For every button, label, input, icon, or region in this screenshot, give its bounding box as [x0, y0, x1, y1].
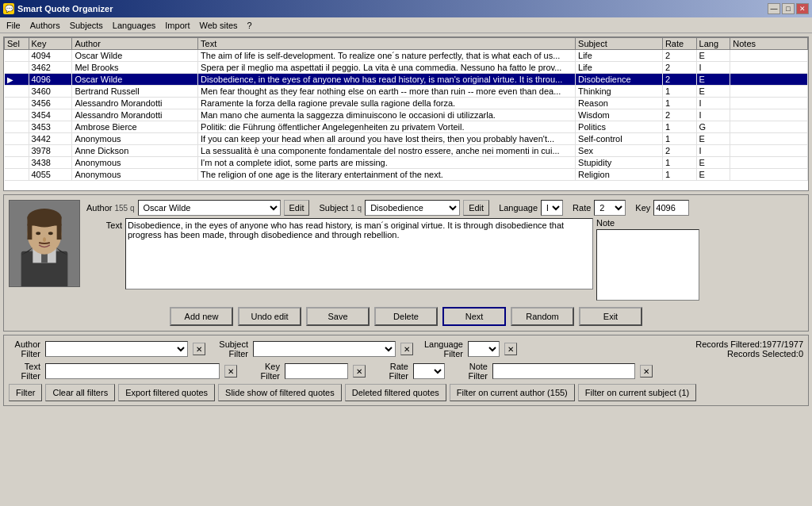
row-notes: [730, 169, 808, 181]
key-input: [653, 200, 689, 216]
maximize-button[interactable]: □: [782, 3, 795, 14]
next-button[interactable]: Next: [442, 307, 506, 326]
row-text: Politik: die Führung öffentlicher Angele…: [198, 121, 576, 133]
note-textarea[interactable]: [596, 229, 699, 301]
col-header-lang[interactable]: Lang: [696, 38, 730, 50]
row-notes: [730, 62, 808, 74]
note-filter-input[interactable]: [492, 363, 635, 379]
row-lang: E: [696, 157, 730, 169]
table-row[interactable]: 3442 Anonymous If you can keep your head…: [5, 133, 808, 145]
col-header-text[interactable]: Text: [198, 38, 576, 50]
note-filter-clear-button[interactable]: ✕: [640, 365, 653, 378]
save-button[interactable]: Save: [306, 307, 370, 326]
author-photo: [9, 200, 80, 287]
subject-filter-label-stack: Subject Filter: [216, 339, 248, 358]
author-select[interactable]: Oscar Wilde: [138, 200, 281, 216]
minimize-button[interactable]: —: [768, 3, 780, 14]
filter-button[interactable]: Filter: [9, 384, 42, 401]
text-filter-clear-button[interactable]: ✕: [224, 365, 237, 378]
row-key: 3454: [29, 109, 72, 121]
col-header-notes[interactable]: Notes: [730, 38, 808, 50]
row-text: La sessualità è una componente fondament…: [198, 145, 576, 157]
key-filter-input[interactable]: [285, 363, 348, 379]
key-filter-label-stack: Key Filter: [248, 362, 280, 381]
row-text: Raramente la forza della ragione prevale…: [198, 98, 576, 109]
author-edit-button[interactable]: Edit: [284, 200, 310, 216]
row-lang: E: [696, 74, 730, 86]
detail-section: Author 155 q Oscar Wilde Edit Subject 1 …: [3, 194, 809, 332]
row-notes: [730, 157, 808, 169]
subject-filter-clear-button[interactable]: ✕: [400, 343, 413, 355]
rate-label: Rate: [573, 203, 591, 213]
row-notes: [730, 74, 808, 86]
rate-filter-select[interactable]: 1 2 3: [413, 363, 445, 379]
author-filter-select[interactable]: [45, 341, 188, 357]
row-key: 4055: [29, 169, 72, 181]
text-filter-top-label: Text: [25, 362, 40, 371]
slideshow-button[interactable]: Slide show of filtered quotes: [218, 384, 342, 401]
menu-bar: File Authors Subjects Languages Import W…: [0, 17, 812, 33]
rate-select[interactable]: 1 2 3: [594, 200, 626, 216]
text-filter-input[interactable]: [45, 363, 220, 379]
undo-edit-button[interactable]: Undo edit: [238, 307, 301, 326]
table-row[interactable]: 3978 Anne Dickson La sessualità è una co…: [5, 145, 808, 157]
language-select[interactable]: E I G: [541, 200, 563, 216]
menu-import[interactable]: Import: [160, 20, 194, 31]
row-key: 4094: [29, 50, 72, 62]
subject-select[interactable]: Disobedience: [365, 200, 460, 216]
table-row[interactable]: 3438 Anonymous I'm not a complete idiot,…: [5, 157, 808, 169]
author-filter-sub-label: Filter: [21, 349, 40, 358]
row-rate: 1: [662, 98, 696, 109]
deleted-quotes-button[interactable]: Deleted filtered quotes: [345, 384, 446, 401]
menu-help[interactable]: ?: [243, 20, 257, 31]
svg-rect-7: [27, 224, 32, 240]
table-row[interactable]: 3462 Mel Brooks Spera per il meglio ma a…: [5, 62, 808, 74]
author-filter-clear-button[interactable]: ✕: [193, 343, 205, 355]
row-lang: I: [696, 98, 730, 109]
row-subject: Disobedience: [576, 74, 663, 86]
row-rate: 1: [662, 157, 696, 169]
col-header-key[interactable]: Key: [29, 38, 72, 50]
table-row[interactable]: ▶ 4096 Oscar Wilde Disobedience, in the …: [5, 74, 808, 86]
delete-button[interactable]: Delete: [374, 307, 438, 326]
filter-author-button[interactable]: Filter on current author (155): [450, 384, 575, 401]
svg-rect-8: [57, 224, 62, 240]
row-text: The religion of one age is the literary …: [198, 169, 576, 181]
col-header-subject[interactable]: Subject: [576, 38, 663, 50]
table-row[interactable]: 3456 Alessandro Morandotti Raramente la …: [5, 98, 808, 109]
table-row[interactable]: 4094 Oscar Wilde The aim of life is self…: [5, 50, 808, 62]
table-row[interactable]: 3453 Ambrose Bierce Politik: die Führung…: [5, 121, 808, 133]
subject-filter-select[interactable]: [253, 341, 396, 357]
row-sel: [5, 62, 29, 74]
col-header-rate[interactable]: Rate: [662, 38, 696, 50]
author-field-label: Author: [86, 203, 112, 213]
text-textarea[interactable]: [125, 218, 593, 289]
language-filter-select[interactable]: [468, 341, 500, 357]
row-subject: Politics: [576, 121, 663, 133]
random-button[interactable]: Random: [511, 307, 574, 326]
row-key: 3462: [29, 62, 72, 74]
table-row[interactable]: 3454 Alessandro Morandotti Man mano che …: [5, 109, 808, 121]
exit-button[interactable]: Exit: [579, 307, 642, 326]
menu-subjects[interactable]: Subjects: [65, 20, 108, 31]
subject-count: 1 q: [350, 204, 362, 213]
row-sel: [5, 86, 29, 98]
key-filter-top-label: Key: [265, 362, 280, 371]
table-row[interactable]: 3460 Bertrand Russell Men fear thought a…: [5, 86, 808, 98]
clear-all-filters-button[interactable]: Clear all filters: [45, 384, 115, 401]
filter-subject-button[interactable]: Filter on current subject (1): [578, 384, 696, 401]
col-header-author[interactable]: Author: [72, 38, 198, 50]
text-label: Text: [86, 218, 122, 230]
key-filter-clear-button[interactable]: ✕: [353, 365, 366, 378]
menu-web-sites[interactable]: Web sites: [195, 20, 243, 31]
add-new-button[interactable]: Add new: [170, 307, 233, 326]
menu-authors[interactable]: Authors: [25, 20, 65, 31]
close-button[interactable]: ✕: [796, 3, 809, 14]
subject-filter-sub-label: Filter: [229, 349, 248, 358]
language-filter-clear-button[interactable]: ✕: [504, 343, 517, 355]
subject-edit-button[interactable]: Edit: [463, 200, 489, 216]
menu-languages[interactable]: Languages: [108, 20, 160, 31]
table-row[interactable]: 4055 Anonymous The religion of one age i…: [5, 169, 808, 181]
export-quotes-button[interactable]: Export filtered quotes: [118, 384, 215, 401]
menu-file[interactable]: File: [2, 20, 25, 31]
